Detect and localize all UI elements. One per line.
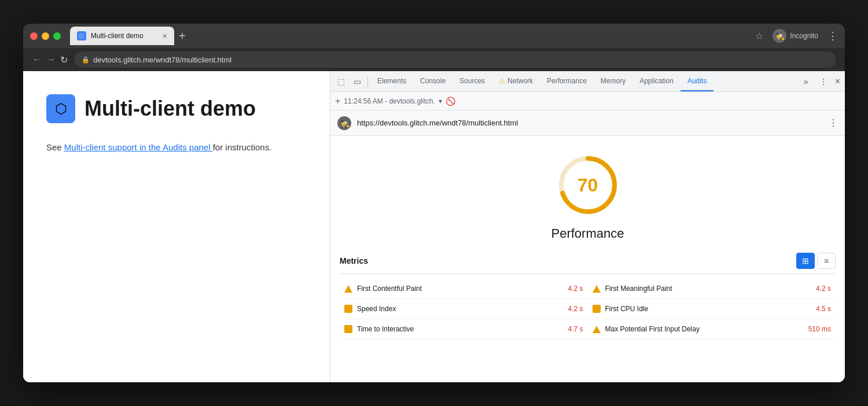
incognito-badge: 🕵 Incognito bbox=[773, 29, 818, 43]
block-icon[interactable]: 🚫 bbox=[446, 97, 455, 106]
device-tool-button[interactable]: ▭ bbox=[349, 73, 365, 90]
page-content: ⬡ Multi-client demo See Multi-client sup… bbox=[23, 71, 330, 382]
grid-icon: ⊞ bbox=[802, 256, 809, 265]
grid-view-button[interactable]: ⊞ bbox=[796, 253, 815, 269]
audit-more-button[interactable]: ⋮ bbox=[829, 117, 838, 128]
traffic-lights bbox=[30, 32, 61, 40]
metric-icon-square-tti bbox=[344, 325, 352, 333]
page-title: Multi-client demo bbox=[84, 97, 256, 121]
audit-timestamp: 11:24:56 AM - devtools.glitch. bbox=[344, 97, 435, 105]
tab-audits-label: Audits bbox=[687, 77, 707, 85]
cursor-icon: ⬚ bbox=[337, 77, 345, 86]
metric-name-fid: Max Potential First Input Delay bbox=[605, 325, 804, 333]
metric-value-si: 4.2 s bbox=[568, 305, 583, 313]
metric-value-tti: 4.7 s bbox=[568, 325, 583, 333]
metric-value-fid: 510 ms bbox=[808, 325, 831, 333]
toolbar-divider bbox=[367, 76, 368, 87]
metric-max-potential-fid: Max Potential First Input Delay 510 ms bbox=[588, 319, 836, 339]
tab-audits[interactable]: Audits bbox=[681, 71, 713, 91]
score-section: 70 Performance bbox=[330, 136, 845, 253]
close-traffic-light[interactable] bbox=[30, 32, 38, 40]
more-tabs-button[interactable]: » bbox=[798, 73, 814, 90]
devtools-toolbar: ⬚ ▭ Elements Console Sources bbox=[330, 71, 845, 92]
browser-menu-button[interactable]: ⋮ bbox=[827, 29, 838, 42]
tab-sources-label: Sources bbox=[459, 77, 485, 85]
tab-application[interactable]: Application bbox=[632, 71, 681, 91]
tab-sources[interactable]: Sources bbox=[453, 71, 492, 91]
metric-name-tti: Time to Interactive bbox=[357, 325, 563, 333]
back-button[interactable]: ← bbox=[32, 54, 42, 65]
tab-network-label: Network bbox=[507, 77, 533, 85]
page-logo: ⬡ bbox=[46, 94, 75, 123]
metric-first-meaningful-paint: First Meaningful Paint 4.2 s bbox=[588, 279, 836, 299]
metric-icon-square-si bbox=[344, 305, 352, 313]
metrics-section: Metrics ⊞ ≡ First Conten bbox=[330, 253, 845, 339]
list-view-button[interactable]: ≡ bbox=[817, 253, 836, 269]
metrics-title: Metrics bbox=[340, 256, 368, 265]
metrics-grid: First Contentful Paint 4.2 s First Meani… bbox=[340, 279, 836, 339]
tab-close-button[interactable]: × bbox=[163, 31, 167, 40]
tab-memory[interactable]: Memory bbox=[594, 71, 632, 91]
devtools-close-button[interactable]: × bbox=[833, 74, 843, 89]
devtools-secondary-bar: + 11:24:56 AM - devtools.glitch. ▾ 🚫 bbox=[330, 92, 845, 110]
cursor-tool-button[interactable]: ⬚ bbox=[333, 73, 349, 90]
tab-favicon: ⬡ bbox=[77, 31, 86, 40]
score-number: 70 bbox=[578, 175, 598, 196]
metric-name-fmp: First Meaningful Paint bbox=[605, 285, 811, 293]
tab-console-label: Console bbox=[420, 77, 446, 85]
bookmark-icon[interactable]: ☆ bbox=[755, 31, 763, 42]
metric-first-contentful-paint: First Contentful Paint 4.2 s bbox=[340, 279, 588, 299]
device-icon: ▭ bbox=[354, 77, 361, 86]
lock-icon: 🔒 bbox=[82, 56, 90, 64]
metrics-divider bbox=[340, 274, 836, 274]
main-content: ⬡ Multi-client demo See Multi-client sup… bbox=[23, 71, 845, 382]
title-bar: ⬡ Multi-client demo × + ☆ 🕵 Incognito ⋮ bbox=[23, 24, 845, 48]
network-warning-icon: ⚠ bbox=[499, 77, 505, 85]
forward-button[interactable]: → bbox=[46, 54, 56, 65]
settings-icon: ⋮ bbox=[819, 77, 827, 86]
more-tabs-icon: » bbox=[804, 77, 808, 86]
maximize-traffic-light[interactable] bbox=[53, 32, 61, 40]
audit-url-bar: 🕵 https://devtools.glitch.me/wndt78/mult… bbox=[330, 110, 845, 136]
tab-title: Multi-client demo bbox=[91, 32, 144, 40]
tab-bar: ⬡ Multi-client demo × + bbox=[70, 27, 751, 45]
window-controls: ☆ 🕵 Incognito ⋮ bbox=[755, 29, 838, 43]
metric-icon-square-fci bbox=[593, 305, 601, 313]
tab-network[interactable]: ⚠ Network bbox=[492, 71, 540, 91]
minimize-traffic-light[interactable] bbox=[42, 32, 49, 40]
metric-name-si: Speed Index bbox=[357, 305, 563, 313]
audits-panel-link[interactable]: Multi-client support in the Audits panel bbox=[64, 142, 213, 152]
list-icon: ≡ bbox=[824, 256, 829, 265]
add-audit-button[interactable]: + bbox=[335, 96, 340, 106]
audit-url-text: https://devtools.glitch.me/wndt78/multic… bbox=[357, 119, 823, 127]
tab-elements-label: Elements bbox=[377, 77, 406, 85]
incognito-icon: 🕵 bbox=[773, 29, 786, 43]
metric-time-to-interactive: Time to Interactive 4.7 s bbox=[340, 319, 588, 339]
tab-performance[interactable]: Performance bbox=[540, 71, 594, 91]
refresh-button[interactable]: ↻ bbox=[60, 54, 68, 65]
devtools-settings-button[interactable]: ⋮ bbox=[815, 73, 832, 90]
page-description: See Multi-client support in the Audits p… bbox=[46, 141, 307, 154]
address-bar: ← → ↻ 🔒 devtools.glitch.me/wndt78/multic… bbox=[23, 48, 845, 71]
address-text: devtools.glitch.me/wndt78/multiclient.ht… bbox=[93, 56, 231, 64]
audit-favicon: 🕵 bbox=[337, 116, 351, 130]
metric-value-fcp: 4.2 s bbox=[568, 285, 583, 293]
tab-performance-label: Performance bbox=[547, 77, 587, 85]
active-tab[interactable]: ⬡ Multi-client demo × bbox=[70, 27, 174, 45]
tab-memory-label: Memory bbox=[601, 77, 626, 85]
metric-name-fci: First CPU Idle bbox=[605, 305, 811, 313]
new-tab-button[interactable]: + bbox=[179, 29, 186, 43]
metric-icon-triangle bbox=[344, 285, 352, 293]
tab-elements[interactable]: Elements bbox=[370, 71, 413, 91]
metric-speed-index: Speed Index 4.2 s bbox=[340, 299, 588, 319]
address-input[interactable]: 🔒 devtools.glitch.me/wndt78/multiclient.… bbox=[75, 51, 836, 68]
metric-name-fcp: First Contentful Paint bbox=[357, 285, 563, 293]
metric-icon-triangle-fid bbox=[593, 326, 601, 333]
metrics-header: Metrics ⊞ ≡ bbox=[340, 253, 836, 269]
audit-dropdown-button[interactable]: ▾ bbox=[439, 97, 442, 105]
tab-console[interactable]: Console bbox=[413, 71, 453, 91]
score-circle: 70 bbox=[556, 153, 620, 217]
metric-value-fci: 4.5 s bbox=[816, 305, 831, 313]
metrics-view-toggle: ⊞ ≡ bbox=[796, 253, 836, 269]
metric-first-cpu-idle: First CPU Idle 4.5 s bbox=[588, 299, 836, 319]
